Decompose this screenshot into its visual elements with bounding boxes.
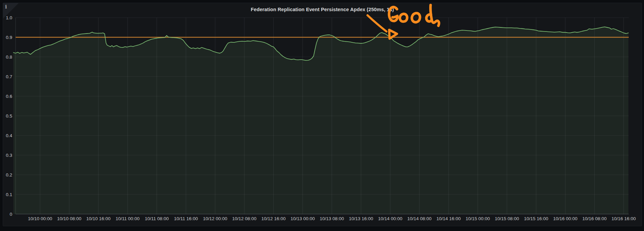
x-tick-label: 10/12 00:00 — [203, 216, 227, 221]
apdex-area-fill — [14, 27, 629, 214]
x-tick-label: 10/11 00:00 — [116, 216, 139, 221]
x-tick-label: 10/11 08:00 — [145, 216, 169, 221]
y-tick-label: 0.1 — [6, 192, 12, 197]
y-tick-label: 0.5 — [6, 113, 12, 119]
x-tick-label: 10/12 08:00 — [232, 216, 256, 221]
x-tick-label: 10/15 00:00 — [466, 216, 490, 221]
annotation-letter-G — [389, 7, 398, 21]
x-tick-label: 10/13 08:00 — [320, 216, 344, 221]
x-tick-label: 10/12 16:00 — [261, 216, 285, 221]
y-tick-label: 1.0 — [6, 15, 12, 20]
x-tick-label: 10/10 00:00 — [28, 216, 52, 221]
apdex-chart: 1.00.90.80.70.60.50.40.30.20.1010/10 00:… — [0, 0, 644, 231]
x-tick-label: 10/10 16:00 — [86, 216, 110, 221]
x-tick-label: 10/16 16:00 — [611, 216, 636, 221]
x-tick-label: 10/15 16:00 — [524, 216, 548, 221]
x-tick-label: 10/14 16:00 — [436, 216, 460, 221]
y-tick-label: 0.2 — [6, 172, 12, 177]
annotation-letter-d-stem — [431, 5, 439, 26]
y-tick-label: 0.7 — [6, 74, 12, 79]
y-tick-label: 0.4 — [6, 133, 12, 138]
x-tick-label: 10/14 08:00 — [407, 216, 431, 221]
x-tick-label: 10/13 00:00 — [290, 216, 315, 221]
y-tick-label: 0.9 — [6, 35, 12, 40]
x-tick-label: 10/11 16:00 — [174, 216, 198, 221]
x-tick-label: 10/16 00:00 — [553, 216, 577, 221]
series-area-fill — [14, 27, 629, 214]
grafana-dashboard: i Federation Replication Event Persisten… — [0, 0, 644, 231]
y-tick-label: 0 — [10, 212, 12, 217]
x-tick-label: 10/14 00:00 — [378, 216, 402, 221]
y-tick-label: 0.3 — [6, 153, 12, 158]
x-tick-label: 10/10 08:00 — [57, 216, 81, 221]
x-tick-label: 10/16 08:00 — [582, 216, 606, 221]
x-tick-label: 10/15 08:00 — [495, 216, 519, 221]
x-tick-label: 10/13 16:00 — [349, 216, 373, 221]
y-tick-label: 0.8 — [6, 55, 12, 60]
y-tick-label: 0.6 — [6, 94, 12, 99]
